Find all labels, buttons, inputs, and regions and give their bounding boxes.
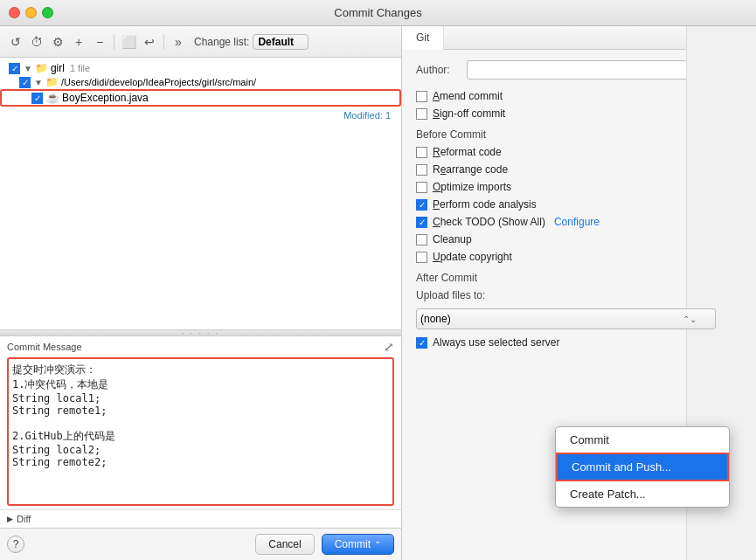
copyright-checkbox[interactable] <box>416 252 427 263</box>
tree-arrow-icon: ▼ <box>24 64 32 73</box>
modified-label: Modified: 1 <box>343 110 394 121</box>
optimize-checkbox[interactable] <box>416 182 427 193</box>
dropdown-item-commit[interactable]: Commit <box>556 427 729 453</box>
commit-arrow-icon: ⌃ <box>374 540 381 550</box>
optimize-label: Optimize imports <box>433 181 511 193</box>
reformat-checkbox[interactable] <box>416 147 427 158</box>
upload-select-row: (none) ⌃⌄ ··· <box>416 308 742 329</box>
vertical-splitter[interactable]: · · · · · <box>0 329 401 336</box>
copyright-label: Update copyright <box>433 251 512 263</box>
java-file-icon: ☕ <box>46 92 59 104</box>
tree-item-label: girl <box>51 62 65 74</box>
settings-icon[interactable]: ⚙ <box>49 33 66 51</box>
expand-icon[interactable]: ⤢ <box>384 340 394 354</box>
upload-select[interactable]: (none) <box>416 308 716 329</box>
tree-row-file[interactable]: ☕ BoyException.java <box>0 89 401 107</box>
amend-label: Amend commit <box>433 90 503 102</box>
diff-label: Diff <box>17 514 31 524</box>
refresh-icon[interactable]: ↺ <box>7 33 24 51</box>
signoff-checkbox[interactable] <box>416 108 427 120</box>
file-checkbox[interactable] <box>31 93 43 104</box>
file-checkbox[interactable] <box>9 63 20 74</box>
tree-row[interactable]: ▼ 📁 girl 1 file <box>0 61 401 75</box>
add-icon[interactable]: + <box>70 33 87 51</box>
tree-item-label: BoyException.java <box>62 92 149 104</box>
file-checkbox[interactable] <box>19 77 31 88</box>
window-controls <box>9 7 53 18</box>
help-button[interactable]: ? <box>7 536 24 553</box>
upload-label: Upload files to: <box>416 289 485 301</box>
remove-icon[interactable]: − <box>91 33 108 51</box>
commit-dropdown: Commit Commit and Push... Create Patch..… <box>555 426 730 508</box>
help-icon: ? <box>13 538 19 550</box>
tree-item-label: /Users/didi/develop/IdeaProjects/girl/sr… <box>61 77 256 87</box>
commit-button[interactable]: Commit ⌃ <box>322 534 394 555</box>
separator-1 <box>114 34 114 50</box>
signoff-label: Sign-off commit <box>433 107 505 120</box>
tab-git[interactable]: Git <box>402 26 444 50</box>
rearrange-checkbox[interactable] <box>416 164 427 176</box>
bottom-bar: ? Cancel Commit ⌃ <box>0 528 401 560</box>
analysis-checkbox[interactable] <box>416 199 427 211</box>
changelist-label: Change list: <box>194 36 249 48</box>
reformat-label: Reformat code <box>433 146 502 158</box>
amend-checkbox[interactable] <box>416 91 427 102</box>
tree-arrow-icon: ▼ <box>34 78 43 87</box>
always-checkbox[interactable] <box>416 337 427 349</box>
bottom-actions: Cancel Commit ⌃ <box>255 534 394 555</box>
minimize-button[interactable] <box>25 7 37 18</box>
folder-icon: 📁 <box>35 62 48 74</box>
separator-2 <box>163 34 164 50</box>
cleanup-label: Cleanup <box>433 233 472 245</box>
dropdown-item-create-patch[interactable]: Create Patch... <box>556 481 729 507</box>
history-icon[interactable]: ⏱ <box>28 33 45 51</box>
modified-row: Modified: 1 <box>0 107 401 121</box>
maximize-button[interactable] <box>42 7 53 18</box>
configure-link[interactable]: Configure <box>554 216 600 228</box>
file-count: 1 file <box>70 63 90 73</box>
left-panel: ↺ ⏱ ⚙ + − ⬜ ↩ » Change list: Default ▼ 📁… <box>0 26 402 560</box>
commit-message-section: Commit Message ⤢ <box>0 336 401 354</box>
undo-icon[interactable]: ↩ <box>141 33 158 51</box>
cancel-button[interactable]: Cancel <box>255 534 314 555</box>
dropdown-item-commit-push[interactable]: Commit and Push... <box>556 453 729 481</box>
todo-label: Check TODO (Show All) <box>433 216 545 228</box>
toolbar: ↺ ⏱ ⚙ + − ⬜ ↩ » Change list: Default <box>0 26 401 58</box>
always-label: Always use selected server <box>433 336 559 349</box>
folder-icon: 📁 <box>45 76 59 88</box>
commit-message-label: Commit Message <box>7 342 82 352</box>
window-title: Commit Changes <box>334 6 421 19</box>
todo-checkbox[interactable] <box>416 217 427 228</box>
tree-row[interactable]: ▼ 📁 /Users/didi/develop/IdeaProjects/gir… <box>0 75 401 89</box>
more-icon[interactable]: » <box>170 33 187 51</box>
commit-message-input[interactable]: 提交时冲突演示： 1.冲突代码，本地是 String local1; Strin… <box>7 357 394 506</box>
analysis-label: Perform code analysis <box>433 198 537 211</box>
rearrange-label: Rearrange code <box>433 163 508 176</box>
close-button[interactable] <box>9 7 20 18</box>
move-icon[interactable]: ⬜ <box>120 33 137 51</box>
cleanup-checkbox[interactable] <box>416 234 427 245</box>
commit-label: Commit <box>335 538 371 550</box>
titlebar: Commit Changes <box>0 0 756 26</box>
changelist-select[interactable]: Default <box>253 34 309 50</box>
diff-arrow-icon: ▶ <box>7 515 13 523</box>
author-label: Author: <box>416 64 460 76</box>
file-tree: ▼ 📁 girl 1 file ▼ 📁 /Users/didi/develop/… <box>0 58 401 329</box>
diff-section[interactable]: ▶ Diff <box>0 509 401 528</box>
upload-select-wrap: (none) ⌃⌄ <box>416 308 716 329</box>
